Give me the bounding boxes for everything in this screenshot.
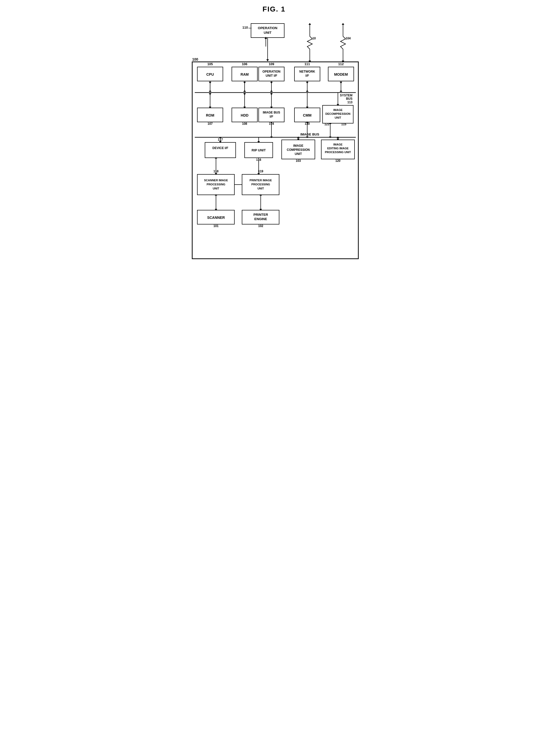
ref-119: 119 bbox=[258, 170, 263, 173]
system-bus-label: SYSTEM bbox=[340, 94, 352, 97]
ref-100: 100 bbox=[192, 57, 198, 61]
ref-109: 109 bbox=[269, 62, 274, 66]
ref-103: 103 bbox=[296, 159, 301, 163]
op-unit-if-label1: OPERATION bbox=[262, 70, 280, 73]
image-comp-label1: IMAGE bbox=[293, 144, 303, 148]
rip-unit-label: RIP UNIT bbox=[252, 148, 266, 152]
printer-img-label3: UNIT bbox=[257, 187, 264, 190]
ref-121: 121 bbox=[324, 122, 329, 126]
scanner-img-label1: SCANNER IMAGE bbox=[204, 179, 228, 182]
ref-108: 108 bbox=[242, 122, 247, 126]
cpu-label: CPU bbox=[206, 72, 214, 76]
cmm-label: CMM bbox=[303, 113, 311, 117]
ref-111: 111 bbox=[304, 62, 310, 66]
ref-120: 120 bbox=[335, 159, 340, 163]
device-if-label1: DEVICE I/F bbox=[212, 146, 228, 150]
image-bus-if-label1: IMAGE BUS bbox=[263, 111, 280, 114]
device-if-box bbox=[205, 142, 236, 158]
ref-110: 110 bbox=[242, 26, 248, 29]
system-box bbox=[192, 62, 358, 259]
operation-unit-label: OPERATION bbox=[258, 26, 277, 30]
image-decomp-label3: UNIT bbox=[335, 116, 341, 119]
image-edit-label1: IMAGE bbox=[333, 143, 343, 146]
ref-104: 104 bbox=[346, 37, 351, 40]
rom-label: ROM bbox=[206, 113, 214, 117]
image-decomp-label1: IMAGE bbox=[333, 108, 343, 111]
ref-115: 115 bbox=[341, 122, 346, 126]
svg-marker-8 bbox=[342, 23, 344, 25]
operation-unit-label2: UNIT bbox=[264, 31, 271, 35]
image-edit-label2: EDITING IMAGE bbox=[327, 147, 349, 150]
ref-10: 10 bbox=[312, 37, 316, 40]
ram-label: RAM bbox=[241, 72, 249, 76]
scanner-label: SCANNER bbox=[207, 216, 225, 220]
system-bus-label2: BUS bbox=[346, 97, 352, 100]
diagram-svg: OPERATION UNIT 110 10 104 bbox=[185, 21, 363, 266]
op-unit-if-label2: UNIT I/F bbox=[266, 74, 277, 77]
scanner-img-label3: UNIT bbox=[213, 187, 219, 190]
svg-marker-6 bbox=[309, 23, 311, 25]
ref-106: 106 bbox=[242, 62, 247, 66]
network-if-label1: NETWORK bbox=[299, 70, 315, 73]
figure-title: FIG. 1 bbox=[182, 5, 366, 13]
hdd-label: HDD bbox=[241, 113, 248, 117]
image-bus-if-label2: I/F bbox=[270, 115, 273, 118]
svg-marker-2 bbox=[266, 59, 269, 61]
image-comp-label2: COMPRESSION bbox=[287, 148, 310, 152]
image-bus-label: IMAGE BUS bbox=[300, 132, 319, 136]
image-decomp-label2: DECOMPRESSION bbox=[325, 112, 350, 115]
scanner-img-label2: PROCESSING bbox=[207, 183, 225, 186]
printer-img-label1: PRINTER IMAGE bbox=[249, 179, 272, 182]
printer-engine-label1: PRINTER bbox=[253, 213, 268, 217]
modem-label: MODEM bbox=[334, 72, 348, 76]
image-comp-label3: UNIT bbox=[295, 152, 302, 156]
ref-101: 101 bbox=[213, 224, 219, 228]
printer-engine-label2: ENGINE bbox=[254, 217, 267, 221]
ref-102: 102 bbox=[258, 224, 263, 228]
network-if-label2: I/F bbox=[305, 74, 309, 77]
ref-105: 105 bbox=[207, 62, 213, 66]
ref-113: 113 bbox=[347, 100, 352, 104]
diagram: OPERATION UNIT 110 10 104 bbox=[185, 21, 363, 267]
image-edit-label3: PROCESSING UNIT bbox=[325, 151, 351, 154]
ref-107: 107 bbox=[208, 122, 213, 126]
printer-img-label2: PROCESSING bbox=[251, 183, 270, 186]
ref-112: 112 bbox=[338, 62, 344, 66]
